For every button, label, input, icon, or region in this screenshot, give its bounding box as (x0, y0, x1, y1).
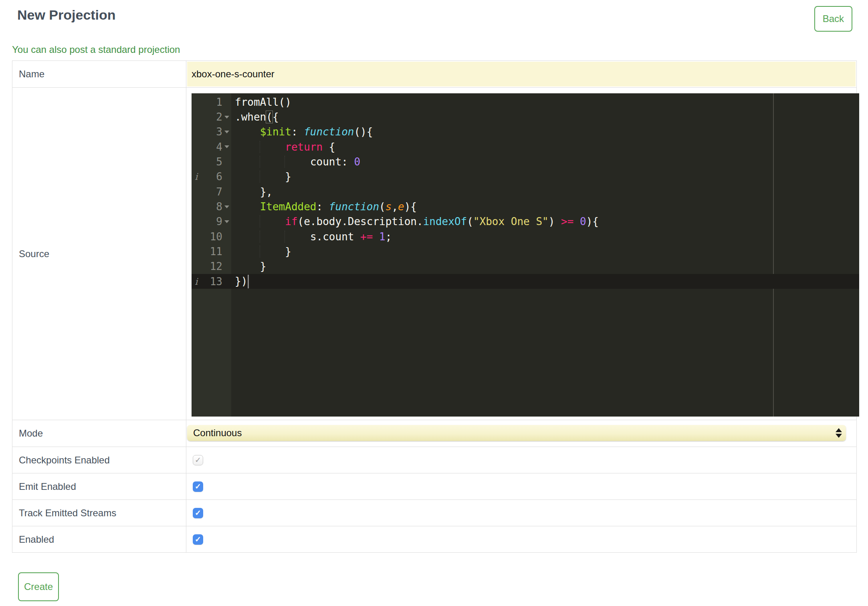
code-text: ItemAdded: function(s,e){ (231, 201, 417, 213)
fold-arrow-icon[interactable] (224, 131, 229, 133)
line-number: 4 (216, 141, 222, 153)
line-number: 8 (216, 201, 222, 213)
mode-select-value: Continuous (193, 427, 242, 438)
page-title: New Projection (17, 7, 868, 23)
enabled-row: Enabled ✓ (12, 526, 857, 553)
enabled-label: Enabled (12, 526, 186, 553)
gutter-cell: 11 (192, 246, 231, 258)
arrow-down-icon (836, 434, 842, 438)
source-code-editor[interactable]: 1fromAll()2.when({3 $init: function(){4 … (192, 93, 859, 417)
info-annotation-icon: i (195, 276, 198, 287)
source-row: Source 1fromAll()2.when({3 $init: functi… (12, 88, 857, 420)
fold-arrow-icon[interactable] (224, 145, 229, 148)
name-row: Name xbox-one-s-counter (12, 61, 857, 88)
code-line[interactable]: 10 s.count += 1; (192, 229, 859, 244)
gutter-cell: i6 (192, 171, 231, 183)
code-text: .when({ (231, 111, 279, 123)
checkpoints-checkbox: ✓ (193, 455, 203, 465)
code-text: }, (231, 186, 273, 198)
checkpoints-row: Checkpoints Enabled ✓ (12, 447, 857, 473)
gutter-cell: 2 (192, 111, 231, 123)
code-line[interactable]: 4 return { (192, 139, 859, 154)
info-annotation-icon: i (195, 171, 198, 182)
mode-row: Mode Continuous (12, 420, 857, 447)
select-stepper-icon (836, 428, 842, 438)
line-number: 9 (216, 215, 222, 228)
code-text: count: 0 (231, 156, 360, 168)
code-line[interactable]: 5 count: 0 (192, 154, 859, 169)
code-line[interactable]: 7 }, (192, 184, 859, 199)
code-editor-lines: 1fromAll()2.when({3 $init: function(){4 … (192, 93, 859, 289)
gutter-cell: 3 (192, 126, 231, 138)
line-number: 2 (216, 111, 222, 123)
back-button[interactable]: Back (814, 6, 852, 32)
gutter-cell: 4 (192, 141, 231, 153)
code-line[interactable]: i13}) (192, 274, 859, 289)
line-number: 1 (216, 96, 222, 108)
code-line[interactable]: 1fromAll() (192, 95, 859, 109)
text-cursor (248, 275, 249, 288)
fold-arrow-icon[interactable] (224, 220, 229, 223)
code-text: $init: function(){ (231, 126, 373, 138)
line-number: 7 (216, 186, 222, 198)
projection-name-input[interactable]: xbox-one-s-counter (187, 62, 856, 87)
enabled-checkbox[interactable]: ✓ (193, 534, 203, 545)
gutter-cell: 8 (192, 201, 231, 213)
source-label: Source (12, 88, 186, 420)
create-button[interactable]: Create (18, 572, 59, 601)
gutter-cell: 12 (192, 260, 231, 272)
track-label: Track Emitted Streams (12, 500, 186, 526)
code-text: }) (231, 275, 249, 288)
gutter-cell: 9 (192, 215, 231, 228)
code-text: if(e.body.Description.indexOf("Xbox One … (231, 215, 599, 228)
standard-projection-link[interactable]: You can also post a standard projection (12, 44, 180, 55)
gutter-cell: 5 (192, 156, 231, 168)
code-line[interactable]: i6 } (192, 169, 859, 184)
gutter-cell: 7 (192, 186, 231, 198)
fold-arrow-icon[interactable] (224, 116, 229, 119)
code-line[interactable]: 8 ItemAdded: function(s,e){ (192, 199, 859, 214)
gutter-cell: i13 (192, 276, 231, 288)
code-line[interactable]: 9 if(e.body.Description.indexOf("Xbox On… (192, 214, 859, 229)
line-number: 13 (210, 276, 222, 288)
track-row: Track Emitted Streams ✓ (12, 500, 857, 526)
mode-label: Mode (12, 420, 186, 447)
mode-select[interactable]: Continuous (187, 425, 846, 441)
line-number: 6 (216, 171, 222, 183)
code-text: return { (231, 141, 335, 153)
line-number: 10 (210, 231, 222, 243)
checkpoints-label: Checkpoints Enabled (12, 447, 186, 473)
fold-arrow-icon[interactable] (224, 205, 229, 208)
emit-label: Emit Enabled (12, 473, 186, 500)
code-line[interactable]: 2.when({ (192, 109, 859, 124)
name-label: Name (12, 61, 186, 88)
gutter-cell: 1 (192, 96, 231, 108)
emit-row: Emit Enabled ✓ (12, 473, 857, 500)
code-line[interactable]: 3 $init: function(){ (192, 125, 859, 139)
projection-form-table: Name xbox-one-s-counter Source 1fromAll(… (12, 60, 857, 553)
code-text: } (231, 260, 266, 272)
code-text: } (231, 171, 291, 183)
track-checkbox[interactable]: ✓ (193, 508, 203, 518)
gutter-cell: 10 (192, 231, 231, 243)
code-line[interactable]: 12 } (192, 259, 859, 274)
line-number: 5 (216, 156, 222, 168)
code-text: s.count += 1; (231, 231, 392, 243)
code-text: fromAll() (231, 96, 291, 108)
line-number: 12 (210, 260, 222, 272)
emit-checkbox[interactable]: ✓ (193, 481, 203, 492)
line-number: 11 (210, 246, 222, 258)
line-number: 3 (216, 126, 222, 138)
code-line[interactable]: 11 } (192, 244, 859, 259)
code-text: } (231, 246, 291, 258)
arrow-up-icon (836, 428, 842, 432)
